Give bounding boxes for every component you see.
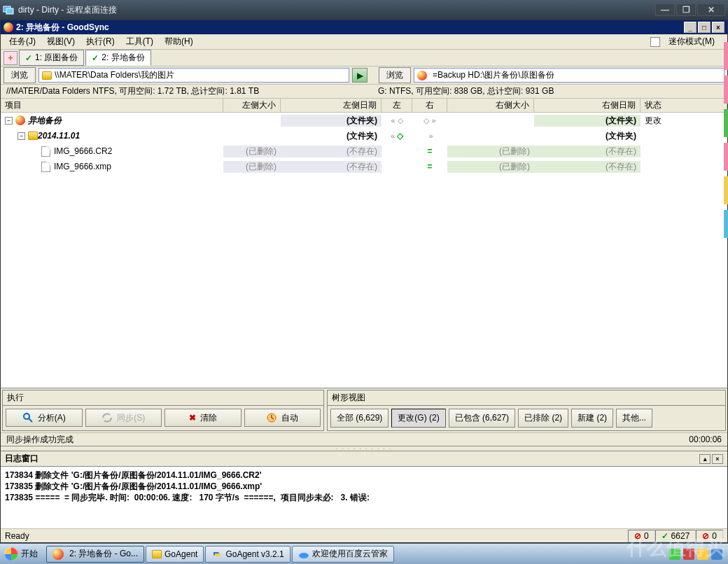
status-message: 同步操作成功完成 — [6, 434, 689, 446]
windows-icon — [4, 547, 18, 561]
right-path-field[interactable]: =Backup HD:\图片备份\原图备份 — [414, 68, 724, 83]
auto-button[interactable]: 自动 — [244, 409, 321, 427]
col-status[interactable]: 状态 — [640, 99, 727, 112]
gs-close-button[interactable]: × — [712, 22, 724, 33]
python-icon — [211, 549, 223, 560]
tab-job-1[interactable]: ✓1: 原图备份 — [19, 50, 84, 66]
goodsync-titlebar: 2: 异地备份 - GoodSync _ □ × — [1, 20, 727, 34]
rdp-title: dirty - Dirty - 远程桌面连接 — [18, 4, 654, 16]
log-title: 日志窗口 — [5, 453, 38, 465]
filter-new-button[interactable]: 新建 (2) — [571, 409, 613, 428]
file-grid: 项目 左侧大小 左侧日期 左 右 右侧大小 右侧日期 状态 − 异地备份 — [1, 99, 727, 388]
counter-warn: ⊘0 — [696, 530, 723, 542]
menu-view[interactable]: 视图(V) — [41, 34, 80, 49]
sync-equal-icon: = — [427, 146, 432, 156]
col-right-size[interactable]: 右侧大小 — [447, 99, 534, 112]
clock-icon — [266, 412, 277, 423]
tray-icon[interactable] — [683, 549, 694, 560]
left-go-button[interactable]: ▶ — [352, 68, 368, 83]
log-close-button[interactable]: × — [712, 454, 723, 464]
tray-icon[interactable] — [669, 549, 680, 560]
taskbar-item-goodsync[interactable]: 2: 异地备份 - Go... — [46, 546, 144, 563]
menu-run[interactable]: 执行(R) — [80, 34, 120, 49]
sync-arrows-icon: » — [426, 132, 433, 140]
magnifier-icon — [22, 412, 34, 423]
sync-equal-icon: = — [427, 162, 432, 171]
gs-minimize-button[interactable]: _ — [684, 22, 696, 33]
col-left[interactable]: 左 — [382, 99, 412, 112]
rdp-close-button[interactable]: ✕ — [697, 3, 725, 16]
filter-all-button[interactable]: 全部 (6,629) — [330, 409, 388, 428]
filter-changed-button[interactable]: 更改(G) (2) — [391, 409, 445, 428]
rdp-maximize-button[interactable]: ❐ — [676, 3, 696, 16]
col-item[interactable]: 项目 — [1, 99, 223, 112]
rdp-icon — [3, 4, 14, 15]
grid-row-folder[interactable]: − 2014.11.01 (文件夹) « ◇ » (文件夹) — [1, 128, 727, 143]
log-body[interactable]: 173834 删除文件 'G:/图片备份/原图备份/2014.11.01/IMG… — [1, 467, 727, 528]
tray-icon[interactable] — [697, 549, 708, 560]
goodsync-icon — [52, 549, 64, 560]
col-left-size[interactable]: 左侧大小 — [223, 99, 281, 112]
goodsync-icon — [15, 115, 25, 125]
taskbar-item-goagent-folder[interactable]: GoAgent — [146, 546, 204, 563]
start-button[interactable]: 开始 — [1, 546, 45, 563]
svg-line-3 — [29, 418, 32, 422]
rdp-minimize-button[interactable]: — — [655, 3, 675, 16]
file-icon — [41, 146, 50, 157]
gs-maximize-button[interactable]: □ — [698, 22, 710, 33]
minimode-icon — [650, 37, 660, 47]
file-icon — [41, 162, 50, 172]
taskbar-item-goagent-app[interactable]: GoAgent v3.2.1 — [205, 546, 290, 563]
folder-icon — [152, 550, 162, 558]
counter-errors: ⊘0 — [628, 530, 655, 542]
menu-task[interactable]: 任务(J) — [4, 34, 41, 49]
taskbar-item-baidu[interactable]: 欢迎使用百度云管家 — [292, 546, 394, 563]
tree-toggle[interactable]: − — [18, 132, 25, 140]
check-icon: ✓ — [662, 531, 668, 541]
left-space-info: //MATER/Data Folders NTFS, 可用空间: 1.72 TB… — [6, 85, 350, 97]
folder-icon — [28, 132, 38, 140]
minimode-button[interactable]: 迷你模式(M) — [650, 34, 724, 49]
tab-job-2[interactable]: ✓2: 异地备份 — [85, 50, 150, 66]
analyze-button[interactable]: 分析(A) — [6, 409, 83, 427]
job-tabs: + ✓1: 原图备份 ✓2: 异地备份 — [1, 50, 727, 66]
cloud-icon — [298, 549, 309, 560]
delete-icon: ✖ — [189, 413, 196, 423]
add-job-button[interactable]: + — [4, 51, 18, 65]
system-tray[interactable] — [665, 549, 727, 560]
error-icon: ⊘ — [702, 531, 709, 541]
sync-button[interactable]: 同步(S) — [85, 409, 162, 427]
error-icon: ⊘ — [634, 531, 641, 541]
menu-tools[interactable]: 工具(T) — [120, 34, 159, 49]
filter-excluded-button[interactable]: 已排除 (2) — [518, 409, 568, 428]
filter-included-button[interactable]: 已包含 (6,627) — [449, 409, 515, 428]
col-right-date[interactable]: 右侧日期 — [534, 99, 640, 112]
left-browse-button[interactable]: 浏览 — [4, 67, 36, 83]
sync-arrows-icon: « — [391, 132, 397, 140]
goodsync-icon — [4, 22, 13, 32]
counter-ok: ✓6627 — [655, 530, 696, 542]
filter-other-button[interactable]: 其他... — [616, 409, 652, 428]
col-right[interactable]: 右 — [412, 99, 447, 112]
tray-icon[interactable] — [711, 549, 722, 560]
ready-label: Ready — [5, 531, 29, 541]
grid-row-root[interactable]: − 异地备份 (文件夹) « ◇ ◇ » (文件夹) 更改 — [1, 113, 727, 128]
clear-button[interactable]: ✖ 清除 — [164, 409, 241, 427]
goodsync-title: 2: 异地备份 - GoodSync — [16, 22, 682, 34]
elapsed-time: 00:00:06 — [689, 435, 722, 444]
log-expand-button[interactable]: ▴ — [699, 454, 710, 464]
menu-help[interactable]: 帮助(H) — [159, 34, 199, 49]
right-browse-button[interactable]: 浏览 — [379, 67, 411, 83]
svg-rect-1 — [6, 8, 13, 14]
tree-toggle[interactable]: − — [5, 117, 13, 125]
col-left-date[interactable]: 左侧日期 — [281, 99, 382, 112]
sync-icon — [102, 412, 113, 423]
exec-panel-title: 执行 — [3, 390, 323, 406]
left-path-field[interactable]: \\MATER\Data Folders\我的图片 — [38, 68, 349, 83]
right-space-info: G: NTFS, 可用空间: 838 GB, 总计空间: 931 GB — [350, 85, 722, 97]
sync-arrows-icon: « ◇ — [391, 116, 402, 125]
folder-icon — [42, 71, 52, 80]
grid-row-file[interactable]: IMG_9666.CR2 (已删除) (不存在) = (已删除) (不存在) — [1, 143, 727, 159]
grid-row-file[interactable]: IMG_9666.xmp (已删除) (不存在) = (已删除) (不存在) — [1, 159, 727, 174]
treeview-panel-title: 树形视图 — [328, 390, 725, 406]
